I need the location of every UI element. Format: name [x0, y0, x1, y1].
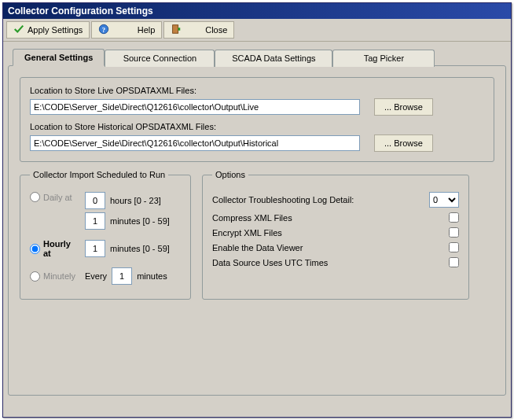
- locations-group: Location to Store Live OPSDATAXML Files:…: [20, 77, 494, 162]
- window-title: Collector Configuration Settings: [8, 6, 153, 17]
- tab-source-label: Source Connection: [123, 53, 197, 63]
- help-label: Help: [138, 25, 156, 35]
- check-icon: [13, 24, 24, 36]
- hourly-minutes-hint: minutes [0 - 59]: [110, 244, 170, 253]
- tab-source[interactable]: Source Connection: [105, 50, 215, 67]
- live-path-label: Location to Store Live OPSDATAXML Files:: [30, 86, 484, 95]
- apply-settings-button[interactable]: Apply Settings: [6, 21, 90, 39]
- client-area: General Settings Source Connection SCADA…: [3, 42, 511, 417]
- browse-live-button[interactable]: ... Browse: [374, 98, 433, 116]
- browse-hist-button[interactable]: ... Browse: [374, 134, 433, 152]
- minutely-radio[interactable]: [30, 271, 40, 282]
- general-panel: Location to Store Live OPSDATAXML Files:…: [8, 65, 506, 396]
- hist-path-input[interactable]: [30, 135, 360, 151]
- title-bar: Collector Configuration Settings: [3, 3, 511, 19]
- compress-checkbox[interactable]: [449, 212, 459, 223]
- hourly-minutes-input[interactable]: [85, 240, 105, 257]
- browse-label: ... Browse: [384, 102, 423, 112]
- hist-path-label: Location to Store Historical OPSDATAXML …: [30, 122, 484, 131]
- daily-radio-label[interactable]: Daily at: [30, 192, 80, 202]
- close-label: Close: [205, 25, 227, 35]
- utc-label: Data Source Uses UTC Times: [212, 258, 328, 267]
- dataviewer-label: Enable the Data Viewer: [212, 243, 303, 252]
- close-button[interactable]: Close: [163, 21, 234, 39]
- hourly-radio-label[interactable]: Hourly at: [30, 239, 80, 258]
- encrypt-label: Encrypt XML Files: [212, 228, 282, 238]
- daily-minutes-input[interactable]: [85, 212, 105, 230]
- minutely-unit: minutes: [137, 271, 167, 281]
- toolbar: Apply Settings ? Help Close: [3, 19, 511, 42]
- minutely-text: Minutely: [43, 271, 75, 281]
- minutely-value-input[interactable]: [112, 267, 132, 285]
- hourly-text: Hourly at: [43, 239, 80, 258]
- tab-tagpicker-label: Tag Picker: [364, 53, 404, 63]
- logdetail-select[interactable]: 0: [429, 192, 459, 208]
- tab-scada[interactable]: SCADA Data Settings: [215, 50, 332, 67]
- help-icon: ?: [98, 24, 109, 36]
- schedule-group: Collector Import Scheduled to Run Daily …: [20, 170, 191, 300]
- svg-text:?: ?: [102, 26, 105, 34]
- door-icon: [171, 24, 182, 36]
- encrypt-checkbox[interactable]: [449, 227, 459, 238]
- tab-general[interactable]: General Settings: [13, 49, 105, 66]
- tab-scada-label: SCADA Data Settings: [232, 53, 315, 63]
- every-label: Every: [85, 271, 107, 281]
- help-button[interactable]: ? Help: [91, 21, 162, 39]
- config-window: Collector Configuration Settings Apply S…: [2, 2, 512, 418]
- hours-hint: hours [0 - 23]: [110, 196, 161, 205]
- tab-strip: General Settings Source Connection SCADA…: [8, 48, 506, 65]
- daily-hours-input[interactable]: [85, 192, 105, 209]
- logdetail-label: Collector Troubleshooting Log Detail:: [212, 195, 354, 204]
- daily-radio[interactable]: [30, 192, 40, 202]
- daily-minutes-hint: minutes [0 - 59]: [110, 216, 170, 226]
- hourly-radio[interactable]: [30, 244, 40, 254]
- browse-label: ... Browse: [384, 138, 423, 148]
- daily-text: Daily at: [43, 193, 72, 202]
- apply-label: Apply Settings: [28, 25, 83, 35]
- utc-checkbox[interactable]: [449, 257, 459, 267]
- tab-tagpicker[interactable]: Tag Picker: [332, 50, 435, 67]
- tab-general-label: General Settings: [24, 53, 93, 62]
- schedule-legend: Collector Import Scheduled to Run: [30, 170, 168, 179]
- options-legend: Options: [212, 170, 248, 179]
- live-path-input[interactable]: [30, 99, 360, 115]
- svg-rect-2: [173, 25, 178, 34]
- compress-label: Compress XML Files: [212, 213, 292, 223]
- dataviewer-checkbox[interactable]: [449, 242, 459, 252]
- options-group: Options Collector Troubleshooting Log De…: [202, 170, 469, 300]
- svg-rect-3: [178, 28, 181, 31]
- minutely-radio-label[interactable]: Minutely: [30, 271, 80, 282]
